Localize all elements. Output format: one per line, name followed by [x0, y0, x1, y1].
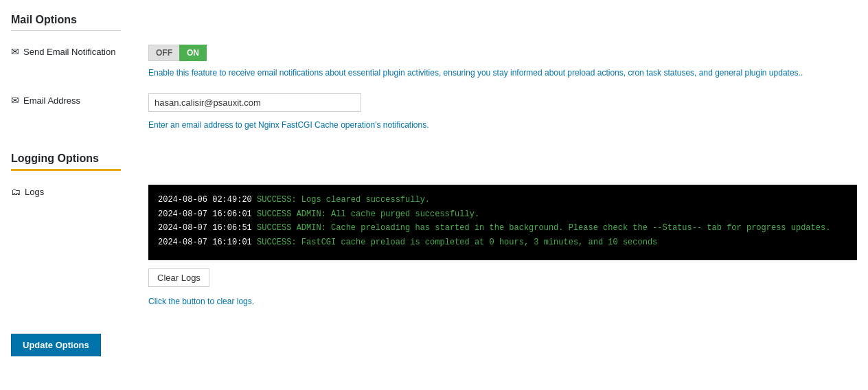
log-entry: 2024-08-07 16:06:01 SUCCESS ADMIN: All c… [158, 207, 847, 221]
logging-options-title: Logging Options [11, 152, 857, 165]
logs-icon: 🗂 [11, 186, 21, 197]
email-address-row: ✉ Email Address Enter an email address t… [11, 93, 857, 132]
email-address-content: Enter an email address to get Nginx Fast… [148, 93, 857, 132]
toggle-on-button[interactable]: ON [179, 45, 207, 61]
logging-options-divider [11, 169, 121, 171]
logs-row: 🗂 Logs 2024-08-06 02:49:20 SUCCESS: Logs… [11, 185, 857, 308]
logging-options-section: Logging Options 🗂 Logs 2024-08-06 02:49:… [11, 152, 857, 308]
toggle-wrap: OFF ON [148, 45, 857, 61]
logs-content: 2024-08-06 02:49:20 SUCCESS: Logs cleare… [148, 185, 857, 308]
send-email-label-text: Send Email Notification [23, 47, 115, 57]
log-entry: 2024-08-07 16:06:51 SUCCESS ADMIN: Cache… [158, 221, 847, 235]
logs-label-text: Logs [25, 187, 44, 197]
email-address-icon: ✉ [11, 95, 19, 106]
toggle-off-button[interactable]: OFF [148, 45, 179, 61]
email-icon: ✉ [11, 46, 19, 57]
mail-options-title: Mail Options [11, 14, 857, 26]
email-address-input[interactable] [148, 93, 361, 112]
footer: Update Options [11, 323, 857, 356]
email-address-help-text: Enter an email address to get Nginx Fast… [148, 119, 857, 132]
mail-options-divider [11, 30, 121, 31]
clear-logs-help-text: Click the button to clear logs. [148, 295, 857, 308]
log-entry: 2024-08-06 02:49:20 SUCCESS: Logs cleare… [158, 193, 847, 207]
clear-logs-button[interactable]: Clear Logs [148, 268, 209, 287]
send-email-help-text: Enable this feature to receive email not… [148, 67, 857, 80]
send-email-row: ✉ Send Email Notification OFF ON Enable … [11, 45, 857, 80]
send-email-content: OFF ON Enable this feature to receive em… [148, 45, 857, 80]
log-entry: 2024-08-07 16:10:01 SUCCESS: FastCGI cac… [158, 236, 847, 249]
mail-options-section: Mail Options ✉ Send Email Notification O… [11, 14, 857, 132]
update-options-button[interactable]: Update Options [11, 334, 101, 356]
email-address-label: ✉ Email Address [11, 93, 135, 106]
email-address-label-text: Email Address [23, 95, 80, 106]
logs-label: 🗂 Logs [11, 185, 135, 197]
logs-container: 2024-08-06 02:49:20 SUCCESS: Logs cleare… [148, 185, 857, 260]
send-email-label: ✉ Send Email Notification [11, 45, 135, 57]
